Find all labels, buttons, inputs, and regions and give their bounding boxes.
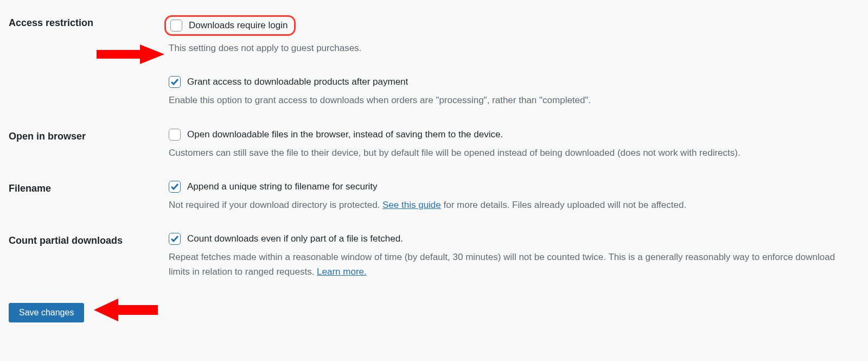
downloads-require-login-checkbox[interactable]	[170, 20, 182, 31]
svg-marker-1	[94, 299, 158, 321]
grant-access-description: Enable this option to grant access to do…	[169, 93, 852, 107]
count-partial-label: Count downloads even if only part of a f…	[187, 233, 403, 244]
count-partial-checkbox[interactable]	[169, 233, 181, 245]
grant-access-checkbox[interactable]	[169, 76, 181, 88]
annotation-arrow-icon	[94, 299, 158, 324]
row-heading-open-in-browser: Open in browser	[9, 124, 169, 176]
open-in-browser-checkbox[interactable]	[169, 129, 181, 141]
downloads-require-login-description: This setting does not apply to guest pur…	[169, 41, 852, 55]
row-heading-filename: Filename	[9, 176, 169, 229]
open-in-browser-description: Customers can still save the file to the…	[169, 146, 852, 160]
downloads-require-login-label: Downloads require login	[189, 20, 288, 31]
filename-checkbox[interactable]	[169, 181, 181, 193]
count-partial-description: Repeat fetches made within a reasonable …	[169, 250, 852, 279]
open-in-browser-label: Open downloadable files in the browser, …	[187, 129, 503, 140]
learn-more-link[interactable]: Learn more.	[317, 267, 367, 277]
grant-access-label: Grant access to downloadable products af…	[187, 77, 408, 87]
row-heading-access-restriction: Access restriction	[9, 11, 169, 124]
filename-label: Append a unique string to filename for s…	[187, 181, 378, 192]
row-heading-count-partial: Count partial downloads	[9, 229, 169, 295]
see-this-guide-link[interactable]: See this guide	[382, 200, 441, 210]
annotation-highlight-box: Downloads require login	[164, 15, 296, 36]
filename-description: Not required if your download directory …	[169, 198, 852, 212]
save-button[interactable]: Save changes	[9, 303, 84, 322]
